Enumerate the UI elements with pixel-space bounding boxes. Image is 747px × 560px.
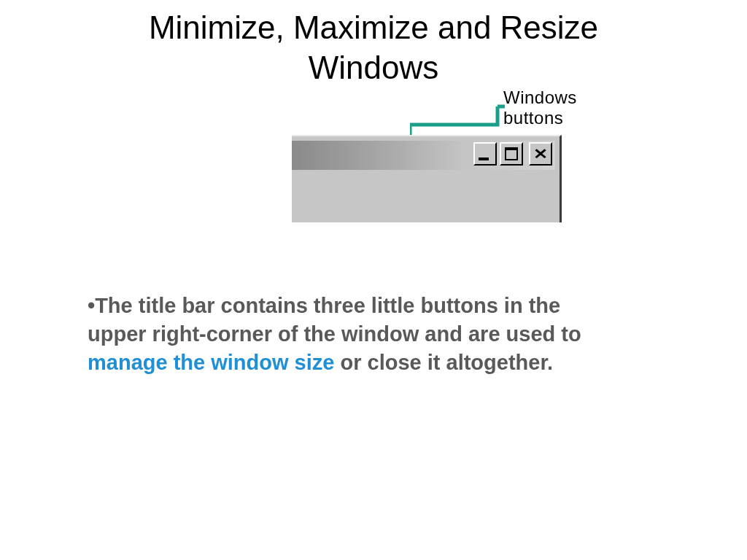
slide-title: Minimize, Maximize and Resize Windows: [0, 7, 747, 88]
bullet-glyph: •: [88, 294, 95, 317]
close-icon: ✕: [533, 147, 548, 161]
minimize-button[interactable]: [473, 142, 497, 166]
body-paragraph: •The title bar contains three little but…: [88, 292, 584, 377]
title-line-2: Windows: [309, 50, 439, 85]
body-part-2: or close it altogether.: [334, 351, 553, 374]
bracket-connector-icon: [410, 103, 523, 136]
titlebar-illustration: Windows buttons ✕: [292, 88, 635, 226]
close-button[interactable]: ✕: [529, 142, 552, 166]
maximize-button[interactable]: [500, 142, 523, 166]
body-part-1: The title bar contains three little butt…: [88, 294, 581, 346]
window-buttons-group: ✕: [473, 142, 552, 166]
callout-label: Windows buttons: [503, 88, 635, 128]
body-highlight: manage the window size: [88, 351, 334, 374]
title-line-1: Minimize, Maximize and Resize: [149, 9, 598, 45]
maximize-icon: [505, 147, 518, 160]
window-titlebar-mock: ✕: [292, 135, 562, 222]
minimize-icon: [479, 158, 489, 160]
